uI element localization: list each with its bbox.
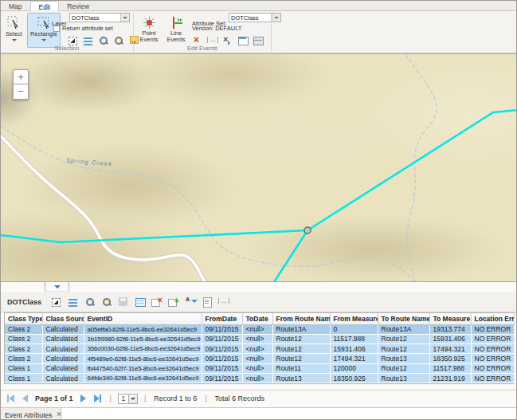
table-cell: <null>	[242, 344, 272, 354]
form-view-icon[interactable]	[202, 296, 213, 308]
chevron-down-icon[interactable]	[41, 39, 46, 44]
table-cell: 09/11/2015	[202, 324, 242, 334]
sort-icon[interactable]	[185, 296, 196, 308]
total-records-text: Total 6 Records	[215, 394, 265, 402]
tab-event-attributes[interactable]: Event Attributes ✕	[1, 408, 61, 420]
table-cell: 17494.321	[330, 354, 378, 363]
table-cell: Class 1	[5, 373, 42, 383]
column-header-class-type[interactable]: Class Type	[5, 313, 42, 324]
previous-page-button[interactable]	[22, 394, 28, 402]
last-page-button[interactable]	[94, 394, 101, 402]
route-line[interactable]	[1, 230, 307, 242]
page-number-select[interactable]: 1	[118, 394, 138, 404]
add-record-icon[interactable]	[168, 296, 179, 308]
event-attributes-panel: DOTClass Class TypeClass SourceEventIDFr…	[1, 281, 517, 420]
column-header-fromdate[interactable]: FromDate	[202, 313, 242, 324]
table-cell: 11517.988	[330, 334, 378, 343]
next-page-button[interactable]	[80, 394, 86, 402]
select-tool-button[interactable]: Select	[2, 13, 25, 48]
tab-edit[interactable]: Edit	[30, 1, 60, 11]
column-header-to-route-name[interactable]: To Route Name	[378, 313, 429, 324]
panel-toolbar-icons	[51, 296, 229, 308]
point-events-label: Point Events	[137, 30, 161, 43]
table-cell: <null>	[242, 373, 272, 383]
table-cell: <null>	[242, 363, 272, 373]
table-row[interactable]: Class 2Calculated356c0030-62f8-11e5-8bc6…	[5, 344, 514, 354]
table-cell: Class 1	[5, 363, 42, 373]
edit-events-group-label: Edit Events	[134, 45, 271, 52]
attributes-menu-icon[interactable]	[68, 296, 79, 308]
column-header-todate[interactable]: ToDate	[242, 313, 272, 324]
zoom-out-button[interactable]: −	[13, 84, 29, 100]
table-row[interactable]: Class 1Calculatedfb447540-62f7-11e5-8bc6…	[5, 363, 514, 373]
layer-dropdown[interactable]: DOTClass	[69, 13, 130, 22]
column-header-from-route-name[interactable]: From Route Name	[272, 313, 330, 324]
separator: |	[144, 394, 146, 402]
clear-selection-icon[interactable]	[151, 296, 163, 308]
pan-to-selection-icon[interactable]	[101, 296, 112, 308]
select-tool-label: Select	[6, 30, 22, 37]
route-junction-marker[interactable]	[304, 227, 311, 234]
return-attribute-set-checkbox[interactable]: Return attribute set	[53, 25, 113, 32]
table-cell: 17494.321	[429, 344, 471, 354]
table-cell: Route12	[378, 334, 429, 343]
save-icon[interactable]	[118, 296, 129, 308]
route-line[interactable]	[274, 230, 307, 281]
select-record-icon[interactable]	[51, 296, 62, 308]
table-cell: NO ERROR	[471, 324, 514, 334]
table-cell: 15931.406	[429, 334, 471, 343]
attribute-set-dropdown[interactable]: DOTClass	[229, 13, 281, 22]
line-events-label: Line Events	[164, 30, 188, 43]
attributes-table-container: Class TypeClass SourceEventIDFromDateToD…	[4, 312, 515, 384]
tab-review[interactable]: Review	[59, 1, 97, 11]
column-header-to-measure[interactable]: To Measure	[429, 313, 471, 324]
return-attribute-set-label: Return attribute set	[62, 25, 113, 32]
map-overlay	[1, 54, 517, 281]
event-editor-window: MapEditReview Select Recta	[0, 0, 517, 420]
table-cell: <null>	[242, 334, 272, 343]
map-canvas[interactable]: Spring Creek + −	[1, 53, 517, 281]
attribute-set-dropdown-value: DOTClass	[229, 14, 272, 22]
table-row[interactable]: Class 2Calculated4f5489e0-62f8-11e5-8bc6…	[5, 354, 514, 363]
table-cell: Class 2	[5, 324, 42, 334]
table-cell: 19313.774	[429, 324, 471, 334]
panel-tab-bar: Event Attributes ✕	[1, 407, 517, 420]
point-events-button[interactable]: Point Events	[136, 13, 162, 48]
panel-collapse-button[interactable]	[45, 282, 69, 292]
dropdown-arrow-icon[interactable]	[129, 394, 138, 404]
table-row[interactable]: Class 2Calculateda05effa0-62f8-11e5-8bc6…	[5, 324, 514, 334]
table-cell: NO ERROR	[471, 334, 514, 343]
zoom-in-button[interactable]: +	[13, 69, 29, 84]
measure-icon[interactable]	[218, 296, 229, 308]
column-header-location-error[interactable]: Location Error	[471, 313, 514, 324]
table-row[interactable]: Class 2Calculated1b159980-62f8-11e5-8bc6…	[5, 334, 514, 343]
first-page-button[interactable]	[7, 394, 14, 402]
table-cell: 4f5489e0-62f8-11e5-8bc6-ee32641d5ec9	[84, 354, 202, 363]
layer-dropdown-value: DOTClass	[70, 14, 120, 22]
panel-toolbar: DOTClass	[1, 292, 517, 312]
table-cell: NO ERROR	[471, 363, 514, 373]
group-separator	[133, 13, 134, 59]
zoom-to-selection-icon[interactable]	[84, 296, 96, 308]
chevron-down-icon[interactable]	[12, 39, 17, 44]
switch-selection-icon[interactable]	[135, 296, 146, 308]
column-header-class-source[interactable]: Class Source	[42, 313, 84, 324]
column-header-eventid[interactable]: EventID	[84, 313, 202, 324]
table-cell: 15931.406	[330, 344, 378, 354]
map-zoom-control: + −	[13, 69, 29, 100]
group-separator	[271, 13, 272, 59]
attributes-table: Class TypeClass SourceEventIDFromDateToD…	[5, 313, 515, 383]
dropdown-arrow-icon[interactable]	[120, 14, 129, 22]
table-cell: 1b159980-62f8-11e5-8bc6-ee32641d5ec9	[84, 334, 202, 343]
table-cell: Calculated	[42, 334, 84, 343]
table-cell: Calculated	[42, 373, 84, 383]
column-header-from-measure[interactable]: From Measure	[330, 313, 378, 324]
creek-line	[1, 126, 415, 281]
checkbox-icon[interactable]	[53, 26, 60, 32]
table-row[interactable]: Class 1Calculated64fde340-62f8-11e5-8bc6…	[5, 373, 514, 383]
tab-map[interactable]: Map	[1, 1, 30, 11]
route-line[interactable]	[307, 110, 517, 230]
line-events-button[interactable]: Line Events	[163, 13, 189, 48]
dropdown-arrow-icon[interactable]	[272, 14, 280, 22]
close-icon[interactable]: ✕	[57, 411, 63, 418]
